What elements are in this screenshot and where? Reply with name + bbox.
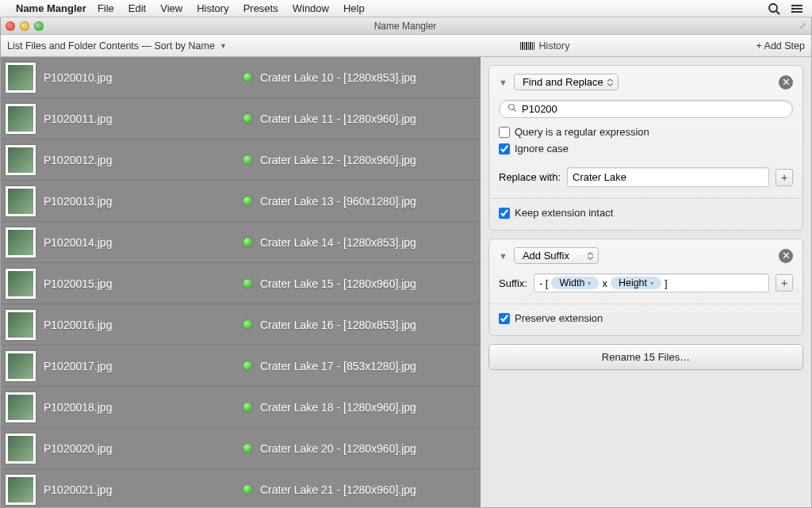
svg-line-1 bbox=[776, 11, 779, 14]
toolbar: List Files and Folder Contents — Sort by… bbox=[1, 35, 811, 57]
status-ok-icon bbox=[243, 279, 252, 288]
suffix-label: Suffix: bbox=[499, 277, 527, 289]
replace-with-input[interactable]: Crater Lake bbox=[567, 167, 769, 187]
status-ok-icon bbox=[243, 320, 252, 329]
suffix-literal: - [ bbox=[539, 277, 549, 289]
status-ok-icon bbox=[243, 238, 252, 246]
renamed-filename: Crater Lake 13 - [960x1280].jpg bbox=[260, 195, 416, 208]
svg-point-5 bbox=[791, 5, 793, 6]
renamed-filename: Crater Lake 18 - [1280x960].jpg bbox=[260, 401, 416, 414]
status-ok-icon bbox=[243, 485, 252, 494]
original-filename: P1020018.jpg bbox=[44, 401, 243, 414]
ignorecase-checkbox[interactable] bbox=[499, 143, 510, 155]
step-type-select[interactable]: Find and Replace bbox=[514, 74, 619, 90]
find-query-input[interactable]: P10200 bbox=[499, 100, 793, 118]
width-token[interactable]: Width bbox=[551, 277, 599, 289]
file-row[interactable]: P1020021.jpgCrater Lake 21 - [1280x960].… bbox=[1, 469, 481, 507]
remove-step-button[interactable]: ✕ bbox=[779, 75, 793, 90]
preserve-ext-label: Preserve extension bbox=[515, 312, 603, 324]
sort-label: List Files and Folder Contents — Sort by… bbox=[7, 40, 215, 52]
menu-presets[interactable]: Presets bbox=[243, 2, 278, 14]
app-menu[interactable]: Name Mangler bbox=[16, 2, 86, 14]
history-button[interactable]: History bbox=[520, 40, 570, 52]
original-filename: P1020010.jpg bbox=[44, 71, 243, 84]
svg-point-0 bbox=[769, 4, 777, 12]
svg-point-8 bbox=[509, 105, 515, 110]
file-row[interactable]: P1020020.jpgCrater Lake 20 - [1280x960].… bbox=[1, 428, 481, 469]
spotlight-icon[interactable] bbox=[768, 2, 780, 15]
window-zoom-button[interactable] bbox=[34, 21, 44, 31]
renamed-filename: Crater Lake 16 - [1280x853].jpg bbox=[260, 319, 416, 331]
find-query-value: P10200 bbox=[522, 103, 557, 115]
file-row[interactable]: P1020013.jpgCrater Lake 13 - [960x1280].… bbox=[1, 181, 481, 222]
file-row[interactable]: P1020016.jpgCrater Lake 16 - [1280x853].… bbox=[1, 304, 481, 346]
ignorecase-checkbox-row[interactable]: Ignore case bbox=[499, 143, 793, 155]
file-row[interactable]: P1020014.jpgCrater Lake 14 - [1280x853].… bbox=[1, 222, 481, 263]
fullscreen-icon[interactable]: ⤢ bbox=[767, 21, 806, 31]
suffix-input[interactable]: - [ Width x Height ] bbox=[534, 273, 769, 292]
file-list[interactable]: P1020010.jpgCrater Lake 10 - [1280x853].… bbox=[1, 57, 481, 507]
regex-label: Query is a regular expression bbox=[515, 126, 649, 138]
file-row[interactable]: P1020017.jpgCrater Lake 17 - [853x1280].… bbox=[1, 346, 481, 387]
search-icon bbox=[508, 103, 517, 115]
menu-help[interactable]: Help bbox=[343, 2, 365, 14]
renamed-filename: Crater Lake 10 - [1280x853].jpg bbox=[260, 71, 416, 84]
notification-center-icon[interactable] bbox=[791, 2, 804, 15]
replace-with-value: Crater Lake bbox=[573, 171, 626, 183]
disclosure-triangle-icon[interactable]: ▼ bbox=[499, 78, 508, 87]
rename-button[interactable]: Rename 15 Files… bbox=[488, 344, 803, 370]
system-menubar: Name Mangler File Edit View History Pres… bbox=[0, 0, 812, 17]
file-row[interactable]: P1020018.jpgCrater Lake 18 - [1280x960].… bbox=[1, 387, 481, 428]
menu-file[interactable]: File bbox=[98, 2, 114, 14]
remove-step-button[interactable]: ✕ bbox=[779, 249, 793, 263]
add-step-button[interactable]: + Add Step bbox=[756, 40, 805, 52]
file-row[interactable]: P1020010.jpgCrater Lake 10 - [1280x853].… bbox=[1, 57, 481, 98]
sort-dropdown[interactable]: List Files and Folder Contents — Sort by… bbox=[7, 40, 520, 52]
original-filename: P1020016.jpg bbox=[44, 319, 243, 331]
preserve-ext-checkbox-row[interactable]: Preserve extension bbox=[499, 312, 793, 324]
regex-checkbox-row[interactable]: Query is a regular expression bbox=[499, 126, 793, 138]
original-filename: P1020021.jpg bbox=[44, 483, 243, 496]
preserve-ext-checkbox[interactable] bbox=[499, 313, 510, 324]
file-thumbnail bbox=[6, 351, 36, 381]
status-ok-icon bbox=[243, 155, 252, 164]
keepext-label: Keep extension intact bbox=[515, 207, 613, 219]
menu-edit[interactable]: Edit bbox=[128, 2, 146, 14]
file-row[interactable]: P1020012.jpgCrater Lake 12 - [1280x960].… bbox=[1, 139, 481, 181]
disclosure-triangle-icon[interactable]: ▼ bbox=[499, 251, 508, 261]
status-ok-icon bbox=[243, 361, 252, 370]
original-filename: P1020014.jpg bbox=[44, 236, 243, 249]
file-row[interactable]: P1020011.jpgCrater Lake 11 - [1280x960].… bbox=[1, 98, 481, 139]
keepext-checkbox-row[interactable]: Keep extension intact bbox=[499, 207, 793, 219]
file-thumbnail bbox=[6, 269, 36, 299]
keepext-checkbox[interactable] bbox=[499, 208, 510, 219]
file-row[interactable]: P1020015.jpgCrater Lake 15 - [1280x960].… bbox=[1, 263, 481, 304]
window-close-button[interactable] bbox=[6, 21, 15, 31]
step-type-select[interactable]: Add Suffix bbox=[514, 247, 599, 264]
renamed-filename: Crater Lake 15 - [1280x960].jpg bbox=[260, 277, 416, 290]
renamed-filename: Crater Lake 21 - [1280x960].jpg bbox=[260, 483, 416, 496]
history-label: History bbox=[539, 40, 570, 52]
menu-view[interactable]: View bbox=[160, 2, 182, 14]
height-token[interactable]: Height bbox=[611, 277, 661, 289]
replace-add-button[interactable]: + bbox=[776, 169, 793, 186]
step-type-label: Add Suffix bbox=[523, 250, 569, 262]
main-window: Name Mangler ⤢ List Files and Folder Con… bbox=[0, 17, 812, 508]
file-thumbnail bbox=[6, 475, 36, 505]
file-thumbnail bbox=[6, 310, 36, 340]
original-filename: P1020017.jpg bbox=[44, 360, 243, 372]
svg-point-7 bbox=[791, 11, 793, 13]
suffix-literal: x bbox=[602, 277, 607, 289]
window-titlebar: Name Mangler ⤢ bbox=[1, 17, 811, 35]
status-ok-icon bbox=[243, 114, 252, 123]
ignorecase-label: Ignore case bbox=[515, 143, 569, 155]
menu-history[interactable]: History bbox=[197, 2, 228, 14]
renamed-filename: Crater Lake 20 - [1280x960].jpg bbox=[260, 442, 416, 455]
window-minimize-button[interactable] bbox=[20, 21, 29, 31]
menu-window[interactable]: Window bbox=[293, 2, 329, 14]
original-filename: P1020013.jpg bbox=[44, 195, 243, 208]
window-title: Name Mangler bbox=[44, 21, 767, 32]
suffix-add-button[interactable]: + bbox=[776, 274, 793, 292]
regex-checkbox[interactable] bbox=[499, 127, 510, 138]
file-thumbnail bbox=[6, 63, 36, 93]
